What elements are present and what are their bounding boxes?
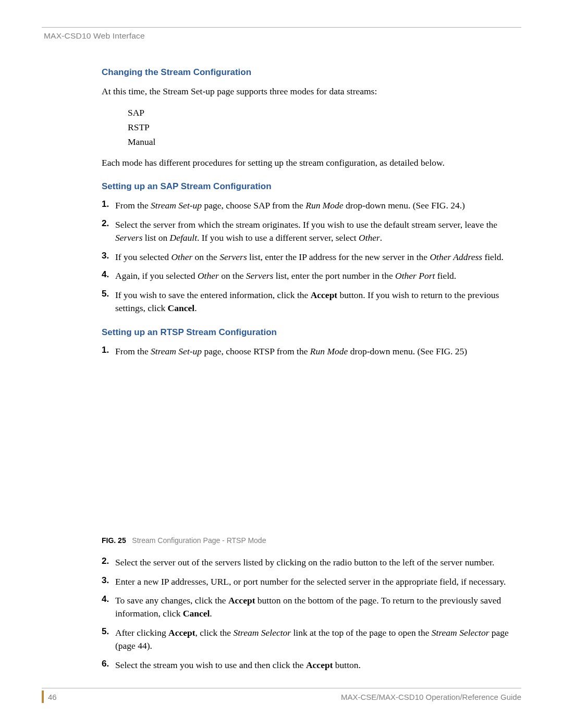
step-item: 5.If you wish to save the entered inform… — [102, 289, 516, 315]
step-list-rtsp-a: 1.From the Stream Set-up page, choose RT… — [102, 345, 516, 358]
bold-term: Cancel — [183, 608, 210, 619]
step-number: 5. — [102, 289, 115, 299]
italic-term: Other Port — [395, 270, 435, 281]
step-item: 1.From the Stream Set-up page, choose SA… — [102, 199, 516, 212]
italic-term: Servers — [115, 232, 142, 243]
step-text: Select the stream you wish to use and th… — [115, 659, 361, 672]
italic-term: Other — [198, 270, 219, 281]
bold-term: Accept — [311, 290, 338, 300]
italic-term: Stream Selector — [432, 627, 489, 638]
step-item: 2.Select the server out of the servers l… — [102, 556, 516, 569]
step-number: 2. — [102, 556, 115, 566]
page-content: Changing the Stream Configuration At thi… — [102, 67, 516, 672]
step-number: 4. — [102, 594, 115, 604]
step-item: 5.After clicking Accept, click the Strea… — [102, 626, 516, 652]
page-number-block: 46 — [42, 690, 57, 703]
figure-25-caption: FIG. 25 Stream Configuration Page - RTSP… — [102, 536, 516, 545]
step-item: 1.From the Stream Set-up page, choose RT… — [102, 345, 516, 358]
italic-term: Default — [170, 232, 198, 243]
footer-line: 46 MAX-CSE/MAX-CSD10 Operation/Reference… — [42, 688, 521, 703]
bold-term: Accept — [228, 595, 255, 606]
italic-term: Stream Set-up — [151, 200, 202, 211]
body-outro: Each mode has different procedures for s… — [102, 156, 516, 169]
step-item: 3.Enter a new IP addresses, URL, or port… — [102, 575, 516, 588]
italic-term: Servers — [219, 252, 247, 262]
heading-rtsp-stream-config: Setting up an RTSP Stream Configuration — [102, 327, 516, 338]
bold-term: Accept — [168, 627, 195, 638]
footer-title: MAX-CSE/MAX-CSD10 Operation/Reference Gu… — [341, 693, 521, 701]
step-item: 4.To save any changes, click the Accept … — [102, 594, 516, 620]
step-text: To save any changes, click the Accept bu… — [115, 594, 516, 620]
italic-term: Stream Selector — [233, 627, 291, 638]
figure-label: FIG. 25 — [102, 536, 126, 545]
mode-item: SAP — [128, 105, 516, 120]
step-text: If you selected Other on the Servers lis… — [115, 251, 504, 264]
italic-term: Run Mode — [310, 346, 348, 356]
mode-item: RSTP — [128, 120, 516, 134]
footer-accent-bar — [42, 690, 44, 703]
step-number: 3. — [102, 251, 115, 261]
step-item: 4.Again, if you selected Other on the Se… — [102, 269, 516, 282]
bold-term: Cancel — [168, 303, 195, 313]
page-header: MAX-CSD10 Web Interface — [42, 27, 521, 41]
italic-term: Servers — [246, 270, 273, 281]
step-text: Select the server from which the stream … — [115, 218, 516, 244]
italic-term: Stream Set-up — [151, 346, 202, 356]
italic-term: Run Mode — [305, 200, 343, 211]
step-item: 2.Select the server from which the strea… — [102, 218, 516, 244]
step-text: Select the server out of the servers lis… — [115, 556, 495, 569]
step-number: 1. — [102, 199, 115, 209]
step-text: After clicking Accept, click the Stream … — [115, 626, 516, 652]
step-text: Enter a new IP addresses, URL, or port n… — [115, 575, 506, 588]
page-number: 46 — [48, 693, 57, 701]
bold-term: Accept — [306, 660, 333, 670]
step-number: 5. — [102, 626, 115, 637]
step-item: 6.Select the stream you wish to use and … — [102, 659, 516, 672]
step-number: 4. — [102, 269, 115, 280]
body-intro: At this time, the Stream Set-up page sup… — [102, 85, 516, 98]
step-text: Again, if you selected Other on the Serv… — [115, 269, 456, 282]
step-number: 1. — [102, 345, 115, 355]
heading-changing-stream-config: Changing the Stream Configuration — [102, 67, 516, 78]
italic-term: Other Address — [430, 252, 482, 262]
step-number: 2. — [102, 218, 115, 229]
step-list-rtsp-b: 2.Select the server out of the servers l… — [102, 556, 516, 672]
mode-item: Manual — [128, 134, 516, 149]
step-text: If you wish to save the entered informat… — [115, 289, 516, 315]
figure-25-placeholder — [102, 364, 516, 536]
step-item: 3.If you selected Other on the Servers l… — [102, 251, 516, 264]
header-chapter: MAX-CSD10 Web Interface — [44, 31, 145, 40]
italic-term: Other — [171, 252, 192, 262]
mode-list: SAP RSTP Manual — [128, 105, 516, 149]
step-text: From the Stream Set-up page, choose RTSP… — [115, 345, 467, 358]
figure-caption-text: Stream Configuration Page - RTSP Mode — [132, 536, 266, 545]
step-number: 6. — [102, 659, 115, 669]
step-list-sap: 1.From the Stream Set-up page, choose SA… — [102, 199, 516, 315]
page-footer: 46 MAX-CSE/MAX-CSD10 Operation/Reference… — [42, 688, 521, 703]
step-number: 3. — [102, 575, 115, 586]
step-text: From the Stream Set-up page, choose SAP … — [115, 199, 465, 212]
italic-term: Other — [359, 232, 380, 243]
heading-sap-stream-config: Setting up an SAP Stream Configuration — [102, 181, 516, 192]
document-page: MAX-CSD10 Web Interface Changing the Str… — [0, 0, 563, 728]
